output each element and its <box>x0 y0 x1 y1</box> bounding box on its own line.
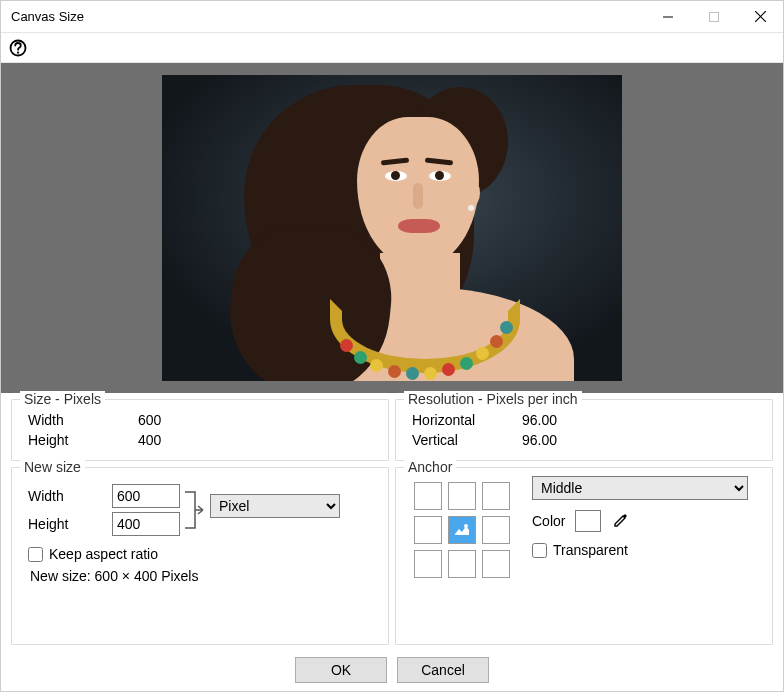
anchor-center[interactable] <box>448 516 476 544</box>
eyedropper-icon[interactable] <box>611 512 629 530</box>
canvas-size-dialog: Canvas Size <box>0 0 784 692</box>
size-width-value: 600 <box>138 412 161 428</box>
new-size-summary: New size: 600 × 400 Pixels <box>30 568 378 584</box>
anchor-top-right[interactable] <box>482 482 510 510</box>
preview-image <box>162 75 622 381</box>
keep-aspect-label: Keep aspect ratio <box>49 546 158 562</box>
anchor-right[interactable] <box>482 516 510 544</box>
anchor-grid <box>414 482 510 578</box>
new-size-group: New size Width Height <box>11 467 389 645</box>
dialog-footer: OK Cancel <box>1 649 783 691</box>
size-legend: Size - Pixels <box>20 391 105 407</box>
anchor-top-left[interactable] <box>414 482 442 510</box>
window-title: Canvas Size <box>11 9 84 24</box>
color-swatch[interactable] <box>575 510 601 532</box>
size-width-label: Width <box>28 412 138 428</box>
cancel-button[interactable]: Cancel <box>397 657 489 683</box>
preview-area <box>1 63 783 393</box>
new-width-input[interactable] <box>112 484 180 508</box>
maximize-button <box>691 1 737 33</box>
keep-aspect-checkbox[interactable] <box>28 547 43 562</box>
resolution-horiz-label: Horizontal <box>412 412 522 428</box>
anchor-group: Anchor <box>395 467 773 645</box>
new-height-label: Height <box>28 516 112 532</box>
color-label: Color <box>532 513 565 529</box>
close-button[interactable] <box>737 1 783 33</box>
anchor-bottom[interactable] <box>448 550 476 578</box>
titlebar: Canvas Size <box>1 1 783 33</box>
ok-button[interactable]: OK <box>295 657 387 683</box>
anchor-left[interactable] <box>414 516 442 544</box>
unit-select[interactable]: Pixel <box>210 494 340 518</box>
resolution-legend: Resolution - Pixels per inch <box>404 391 582 407</box>
anchor-bottom-left[interactable] <box>414 550 442 578</box>
anchor-position-select[interactable]: Middle <box>532 476 748 500</box>
resolution-group: Resolution - Pixels per inch Horizontal … <box>395 399 773 461</box>
new-height-input[interactable] <box>112 512 180 536</box>
toolbar <box>1 33 783 63</box>
resolution-horiz-value: 96.00 <box>522 412 557 428</box>
transparent-label: Transparent <box>553 542 628 558</box>
resolution-vert-value: 96.00 <box>522 432 557 448</box>
size-height-label: Height <box>28 432 138 448</box>
anchor-bottom-right[interactable] <box>482 550 510 578</box>
svg-rect-1 <box>710 12 719 21</box>
anchor-legend: Anchor <box>404 459 456 475</box>
link-bracket-icon <box>180 480 210 540</box>
size-height-value: 400 <box>138 432 161 448</box>
svg-point-5 <box>17 51 19 53</box>
help-icon[interactable] <box>9 39 27 57</box>
resolution-vert-label: Vertical <box>412 432 522 448</box>
size-group: Size - Pixels Width 600 Height 400 <box>11 399 389 461</box>
minimize-button[interactable] <box>645 1 691 33</box>
transparent-checkbox[interactable] <box>532 543 547 558</box>
new-size-legend: New size <box>20 459 85 475</box>
anchor-top[interactable] <box>448 482 476 510</box>
svg-point-7 <box>464 524 468 528</box>
new-width-label: Width <box>28 488 112 504</box>
